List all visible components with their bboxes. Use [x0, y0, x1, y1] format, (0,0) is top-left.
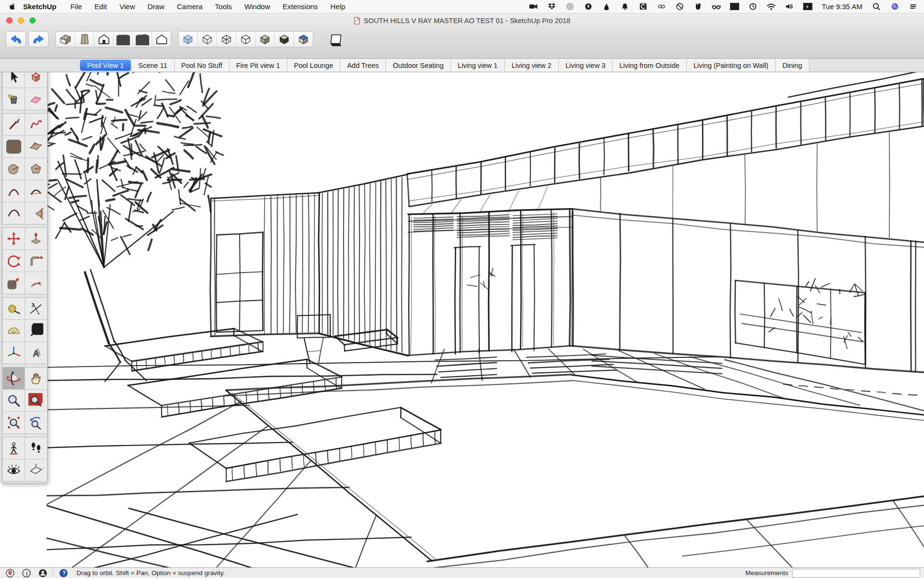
text-tool[interactable]: A1 [25, 320, 47, 342]
tab-add-trees[interactable]: Add Trees [340, 59, 386, 72]
menu-edit[interactable]: Edit [88, 2, 113, 11]
view-right-button[interactable] [114, 32, 133, 47]
zoom-window-tool[interactable] [25, 390, 47, 411]
menu-view[interactable]: View [113, 2, 141, 11]
window-title-bar[interactable]: SOUTH HILLS V RAY MASTER AO TEST 01 - Sk… [0, 13, 924, 28]
tab-pool-view-1[interactable]: Pool View 1 [80, 60, 131, 71]
status-geolocation-button[interactable] [4, 568, 16, 578]
tab-living-view-3[interactable]: Living view 3 [559, 59, 613, 72]
view-back-button[interactable] [133, 32, 152, 47]
model-viewport[interactable] [0, 72, 924, 568]
3d-text-tool[interactable]: AA [25, 342, 47, 364]
menubar-adobe-creative-cloud[interactable] [564, 1, 577, 12]
menu-camera[interactable]: Camera [170, 2, 208, 11]
line-tool[interactable] [3, 114, 25, 135]
menu-file[interactable]: File [64, 2, 88, 11]
tab-pool-no-stuff[interactable]: Pool No Stuff [175, 59, 230, 72]
rectangle-tool[interactable] [3, 136, 25, 158]
menu-extensions[interactable]: Extensions [276, 2, 324, 11]
follow-me-tool[interactable] [25, 250, 47, 272]
zoom-tool[interactable] [3, 390, 25, 411]
scale-tool[interactable] [3, 272, 25, 294]
rotated-rectangle-tool[interactable] [25, 136, 47, 158]
pie-tool[interactable] [25, 202, 47, 224]
axes-tool[interactable] [3, 342, 25, 364]
previous-tool[interactable] [25, 412, 47, 434]
menubar-time-machine[interactable] [747, 1, 759, 12]
measurements-input[interactable] [792, 569, 920, 578]
tab-outdoor-seating[interactable]: Outdoor Seating [386, 59, 451, 72]
face-style-wireframe-button[interactable] [217, 32, 236, 47]
close-window-button[interactable] [6, 17, 13, 24]
tab-scene-11[interactable]: Scene 11 [131, 59, 174, 72]
tab-living-from-outside[interactable]: Living from Outside [613, 59, 687, 72]
tab-living-view-2[interactable]: Living view 2 [505, 59, 559, 72]
tab-pool-lounge[interactable]: Pool Lounge [287, 59, 340, 72]
circle-tool[interactable] [3, 158, 25, 180]
menubar-do-not-disturb[interactable] [674, 1, 686, 12]
three-point-arc-tool[interactable] [3, 202, 25, 224]
orbit-tool[interactable] [3, 368, 25, 389]
view-front-button[interactable] [94, 32, 114, 47]
menubar-volume[interactable] [783, 1, 796, 12]
menu-window[interactable]: Window [238, 2, 276, 11]
redo-button[interactable] [28, 31, 49, 47]
menubar-contacts[interactable] [637, 1, 650, 12]
menubar-glasses[interactable] [710, 1, 723, 12]
zoom-window-button[interactable] [29, 17, 36, 24]
face-style-back-edges-button[interactable] [198, 32, 217, 47]
menubar-siri[interactable] [888, 1, 901, 12]
menubar-infinity[interactable] [655, 1, 668, 12]
status-credits-button[interactable]: i [20, 568, 33, 578]
menu-draw[interactable]: Draw [141, 2, 170, 11]
face-style-monochrome-button[interactable] [294, 32, 313, 47]
paint-bucket-tool[interactable] [3, 88, 25, 110]
arc-tool[interactable] [3, 180, 25, 202]
face-style-hidden-line-button[interactable] [236, 32, 256, 47]
status-account-button[interactable] [37, 568, 49, 578]
look-around-tool[interactable] [3, 460, 25, 481]
freehand-tool[interactable] [25, 114, 47, 135]
menubar-notification-center[interactable] [907, 1, 919, 12]
dimension-tool[interactable]: 3 [25, 298, 47, 319]
tab-dining[interactable]: Dining [776, 59, 809, 72]
menubar-screen-mirroring[interactable] [527, 1, 540, 12]
menubar-one-password[interactable] [582, 1, 595, 12]
section-plane-tool[interactable] [25, 460, 47, 481]
app-menu-title[interactable]: SketchUp [19, 2, 64, 11]
tab-living-painting-on-wall[interactable]: Living (Painting on Wall) [687, 59, 776, 72]
menubar-flame[interactable] [601, 1, 613, 12]
view-top-button[interactable] [75, 32, 94, 47]
two-point-arc-tool[interactable] [25, 180, 47, 202]
menubar-wifi[interactable] [765, 1, 778, 12]
menu-help[interactable]: Help [324, 2, 352, 11]
protractor-tool[interactable] [3, 320, 25, 342]
tab-fire-pit-view-1[interactable]: Fire Pit view 1 [230, 59, 287, 72]
minimize-window-button[interactable] [18, 17, 24, 24]
polygon-tool[interactable] [25, 158, 47, 180]
rotate-tool[interactable] [3, 250, 25, 272]
menubar-evernote[interactable] [692, 1, 705, 12]
eraser-tool[interactable] [25, 88, 47, 110]
position-camera-tool[interactable] [3, 437, 25, 459]
zoom-extents-tool[interactable] [3, 412, 25, 434]
undo-button[interactable] [6, 31, 26, 47]
move-tool[interactable] [3, 228, 25, 250]
view-left-button[interactable] [152, 32, 171, 47]
menubar-dropbox[interactable] [546, 1, 558, 12]
walk-tool[interactable] [25, 437, 47, 459]
section-display-button[interactable] [325, 31, 347, 50]
face-style-x-ray-button[interactable] [179, 32, 198, 47]
pan-tool[interactable] [25, 368, 47, 389]
menu-tools[interactable]: Tools [209, 2, 238, 11]
push-pull-tool[interactable] [25, 228, 47, 250]
view-iso-button[interactable] [56, 32, 75, 47]
menubar-screenshot[interactable] [729, 1, 741, 12]
menubar-spotlight[interactable] [870, 1, 883, 12]
menubar-battery[interactable] [802, 1, 814, 12]
tape-measure-tool[interactable] [3, 298, 25, 319]
face-style-shaded-button[interactable] [256, 32, 275, 47]
menubar-notifications[interactable] [619, 1, 631, 12]
offset-tool[interactable] [25, 272, 47, 294]
apple-menu[interactable] [5, 1, 19, 12]
